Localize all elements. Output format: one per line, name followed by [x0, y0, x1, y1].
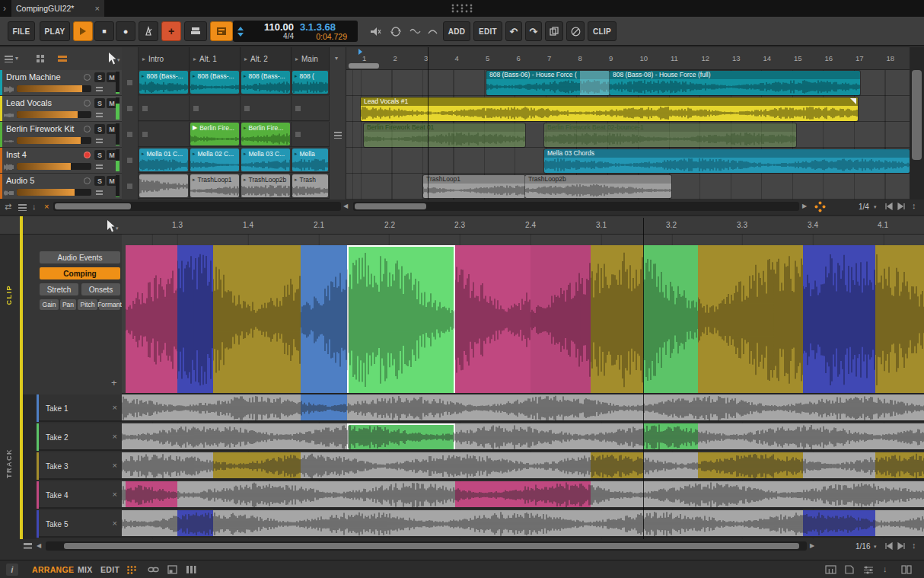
scroll-right-icon[interactable]: ▶: [802, 203, 807, 209]
add-take-button[interactable]: +: [111, 378, 117, 388]
take-label[interactable]: Take 1 ×: [37, 394, 122, 422]
clip-play-icon[interactable]: ▸: [193, 151, 196, 157]
clip-button[interactable]: CLIP: [588, 21, 617, 41]
delete-take-icon[interactable]: ×: [113, 403, 117, 412]
arranger-playhead[interactable]: [428, 47, 429, 200]
arranger-ruler[interactable]: 1 2 3 4 5 6 7 8 9 10 11 12 13 14 15 16 1…: [346, 47, 910, 70]
clip-play-icon[interactable]: ▸: [244, 177, 247, 183]
scene-play-icon[interactable]: ▸: [142, 56, 145, 62]
clip-play-icon[interactable]: ▸: [142, 73, 145, 79]
arranger-clip-mella-03[interactable]: Mella 03 Chords: [544, 149, 910, 173]
info-button[interactable]: i: [6, 564, 18, 576]
scene-header[interactable]: ▸Intro: [139, 47, 190, 70]
close-panel-icon[interactable]: ×: [44, 203, 49, 211]
tab-arrange[interactable]: ARRANGE: [32, 565, 74, 574]
launcher-clip[interactable]: ▸Mella 02 C...: [190, 148, 239, 171]
clip-slot-empty[interactable]: [292, 122, 330, 147]
comp-segment-selected[interactable]: [347, 245, 455, 394]
clip-slot[interactable]: ▸808 (Bass-...: [139, 70, 190, 95]
volume-slider[interactable]: [17, 163, 91, 170]
arranger-clip-trashloop2b[interactable]: TrashLoop2b: [525, 175, 671, 198]
editor-snap-value[interactable]: 1/16: [855, 542, 870, 551]
comp-segment[interactable]: [698, 245, 803, 394]
take-label[interactable]: Take 2 ×: [37, 423, 122, 451]
grid-view-icon[interactable]: [37, 55, 40, 58]
monitor-button[interactable]: [84, 126, 91, 133]
track-menu-icon[interactable]: [96, 113, 103, 118]
track-stop-button[interactable]: [127, 132, 132, 137]
clip-slot[interactable]: ▸808 (Bass-...: [241, 70, 292, 95]
track-menu-icon[interactable]: [96, 190, 103, 196]
browser-panel-icon[interactable]: ↓: [883, 565, 887, 573]
zoom-fit-icon[interactable]: [814, 201, 826, 212]
pitch-button[interactable]: Pitch: [78, 299, 97, 310]
delete-button[interactable]: [566, 21, 585, 41]
take-lane-1[interactable]: [122, 394, 924, 422]
delete-take-icon[interactable]: ×: [113, 519, 117, 528]
solo-button[interactable]: S: [94, 72, 105, 82]
clip-play-icon[interactable]: ▸: [295, 151, 298, 157]
comp-segment[interactable]: [455, 245, 531, 394]
track-menu-icon[interactable]: [96, 139, 103, 144]
clip-slot[interactable]: ▸Mella 01 C...: [139, 148, 190, 173]
delete-take-icon[interactable]: ×: [113, 461, 117, 470]
scrollbar-thumb[interactable]: [912, 70, 922, 160]
editor-ruler[interactable]: 1.3 1.4 2.1 2.2 2.3 2.4 3.1 3.2 3.3 3.4 …: [0, 216, 924, 235]
comp-segment[interactable]: [126, 245, 177, 394]
track-name[interactable]: Lead Vocals: [6, 98, 52, 107]
launcher-clip-playing[interactable]: ▶Berlin Fire...: [190, 123, 239, 145]
clip-slot[interactable]: ▸808 (Bass-...: [190, 70, 241, 95]
clip-play-icon[interactable]: ▸: [193, 177, 196, 183]
monitor-button[interactable]: [84, 177, 91, 184]
playhead-time-value[interactable]: 0:04.729: [300, 33, 347, 40]
take-lane-2[interactable]: [122, 423, 924, 451]
punch-in-button[interactable]: [367, 21, 384, 41]
chevron-down-icon[interactable]: ▾: [335, 56, 338, 62]
track-menu-icon[interactable]: [96, 164, 103, 170]
launcher-clip[interactable]: ▸Trash: [292, 174, 328, 197]
clip-stop-button[interactable]: [193, 106, 199, 111]
comp-lane[interactable]: [122, 235, 924, 394]
track-row-inst-4[interactable]: Inst 4 S M: [0, 148, 122, 173]
track-row-berlin-firework[interactable]: Berlin Firework Kit S M: [0, 122, 122, 147]
redo-button[interactable]: ↷: [525, 21, 542, 41]
add-button[interactable]: ADD: [443, 21, 470, 41]
piano-panel-icon[interactable]: [825, 565, 836, 574]
clip-playing-icon[interactable]: ▶: [193, 124, 197, 131]
stop-button[interactable]: ■: [94, 21, 114, 41]
launcher-clip[interactable]: ▸808 (Bass-...: [139, 71, 188, 94]
comp-segment[interactable]: [213, 245, 301, 394]
monitor-button[interactable]: [84, 100, 91, 107]
take-label[interactable]: Take 4 ×: [37, 481, 122, 509]
link-icon[interactable]: [148, 566, 159, 573]
sub-scene-icon[interactable]: [334, 132, 342, 139]
track-name[interactable]: Inst 4: [6, 150, 27, 159]
scene-header[interactable]: ▸Main: [292, 47, 330, 70]
loop-button[interactable]: [387, 21, 405, 41]
comp-segment[interactable]: [531, 245, 591, 394]
clip-slot[interactable]: ▶Berlin Fire...: [190, 122, 241, 147]
volume-slider[interactable]: [17, 189, 91, 196]
tempo-value[interactable]: 110.00: [250, 23, 294, 32]
comp-segment[interactable]: [875, 245, 924, 394]
tab-clip[interactable]: CLIP: [5, 285, 13, 305]
arranger-clip-lead-vocals[interactable]: Lead Vocals #1: [361, 97, 858, 121]
clip-slot[interactable]: ▸Berlin Fire...: [241, 122, 292, 147]
launcher-clip[interactable]: ▸Berlin Fire...: [241, 123, 290, 145]
clip-play-icon[interactable]: ▸: [244, 125, 247, 131]
launcher-clip[interactable]: ▸808 (Bass-...: [190, 71, 239, 94]
clip-stop-button[interactable]: [142, 132, 148, 137]
track-stop-button[interactable]: [127, 158, 132, 163]
tab-track[interactable]: TRACK: [5, 449, 13, 478]
clip-stop-button[interactable]: [244, 106, 250, 111]
solo-button[interactable]: S: [94, 98, 105, 108]
clip-stop-button[interactable]: [142, 106, 148, 111]
tempo-down-icon[interactable]: [237, 33, 244, 37]
scene-play-icon[interactable]: ▸: [244, 56, 247, 62]
tempo-up-icon[interactable]: [237, 27, 244, 30]
play-start-marker[interactable]: [358, 49, 362, 55]
clip-slot[interactable]: [139, 174, 190, 199]
clip-slot[interactable]: ▸Mella 03 C...: [241, 148, 292, 173]
tab-edit[interactable]: EDIT: [100, 565, 119, 574]
scene-header[interactable]: ▸Alt. 2: [241, 47, 292, 70]
